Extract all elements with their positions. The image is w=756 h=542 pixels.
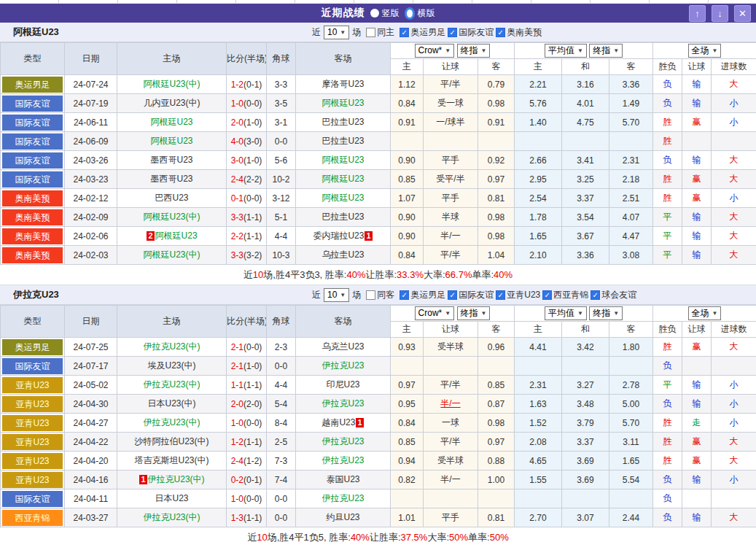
match-date: 24-04-22 xyxy=(65,433,117,452)
result-goals xyxy=(712,132,756,151)
layout-vertical-radio[interactable]: 竖版 xyxy=(370,7,400,20)
close-button[interactable]: ✕ xyxy=(734,5,751,22)
match-type: 国际友谊 xyxy=(1,113,65,132)
avg-away: 3.36 xyxy=(609,75,653,94)
competition-checkbox[interactable]: ✓ xyxy=(448,290,457,300)
competition-checkbox[interactable]: ✓ xyxy=(496,28,505,37)
avg-select[interactable]: 平均值▼ xyxy=(545,44,587,58)
odds-source-select[interactable]: Crow*▼ xyxy=(415,44,455,58)
odds-home: 0.93 xyxy=(391,338,424,357)
home-team: 1伊拉克U23(中) xyxy=(117,471,227,489)
competition-checkbox[interactable]: ✓ xyxy=(591,290,600,300)
arrow-down-icon: ↓ xyxy=(717,8,722,19)
competition-checkbox[interactable]: ✓ xyxy=(400,28,409,37)
away-team: 印尼U23 xyxy=(296,376,391,395)
chevron-down-icon: ▼ xyxy=(340,292,346,298)
red-card-badge: 1 xyxy=(139,475,147,484)
odds-home: 0.85 xyxy=(391,170,424,189)
avg-final-select[interactable]: 终指▼ xyxy=(589,44,623,58)
col-date: 日期 xyxy=(65,43,117,75)
avg-away: 3.11 xyxy=(609,433,653,452)
odds-away xyxy=(478,489,515,508)
result-outcome: 负 xyxy=(653,471,682,489)
odds-away: 1.00 xyxy=(478,471,515,489)
match-score: 1-0(0-0) xyxy=(227,414,267,433)
avg-select[interactable]: 平均值▼ xyxy=(545,306,587,320)
move-down-button[interactable]: ↓ xyxy=(712,5,728,22)
result-outcome: 胜 xyxy=(653,132,682,151)
radio-selected-icon[interactable] xyxy=(405,7,415,20)
match-score: 1-2(1-1) xyxy=(227,433,267,452)
match-type: 国际友谊 xyxy=(1,94,65,113)
near-label: 近 xyxy=(312,289,321,301)
red-card-badge: 2 xyxy=(147,231,154,241)
avg-home: 1.63 xyxy=(515,395,562,414)
summary-text: 50% xyxy=(490,532,509,542)
match-row: 国际友谊24-03-23墨西哥U232-4(2-2)10-2阿根廷U230.85… xyxy=(1,170,756,189)
match-type: 奥运男足 xyxy=(1,75,65,94)
competition-label: 奥运男足 xyxy=(410,26,445,39)
odds-handicap: 受半球 xyxy=(424,338,478,357)
match-date: 24-06-11 xyxy=(65,113,117,132)
match-date: 24-07-24 xyxy=(65,75,117,94)
corner-score: 5-6 xyxy=(267,151,296,170)
match-count-select[interactable]: 10▼ xyxy=(324,26,349,39)
away-team: 伊拉克U23 xyxy=(296,357,391,376)
avg-draw xyxy=(562,489,609,508)
layout-horizontal-radio[interactable]: 横版 xyxy=(405,7,435,20)
result-goals: 小 xyxy=(712,414,756,433)
full-match-select[interactable]: 全场▼ xyxy=(688,44,722,58)
match-row: 亚青U2324-04-20塔吉克斯坦U23(中)2-4(1-2)7-3伊拉克U2… xyxy=(1,452,756,471)
result-handicap: 输 xyxy=(682,151,712,170)
competition-checkbox[interactable]: ✓ xyxy=(542,290,552,300)
odds-final-select[interactable]: 终指▼ xyxy=(457,44,491,58)
summary-text: 场,胜4平1负5, 胜率: xyxy=(268,531,351,542)
summary-iraq: 近10场,胜4平1负5, 胜率:40% 让胜率:37.5% 大率:50% 单率:… xyxy=(0,527,756,542)
summary-text: 场,胜4平3负3, 胜率: xyxy=(263,268,346,282)
move-up-button[interactable]: ↑ xyxy=(689,5,706,22)
match-date: 24-02-09 xyxy=(65,208,117,227)
same-venue-checkbox[interactable]: ✓ xyxy=(366,290,375,300)
match-count-select[interactable]: 10▼ xyxy=(324,288,349,302)
corner-score: 4-4 xyxy=(267,227,296,246)
avg-draw: 3.69 xyxy=(562,471,609,489)
match-type: 亚青U23 xyxy=(1,414,65,433)
same-venue-checkbox[interactable]: ✓ xyxy=(366,28,375,37)
sub-handicap-result: 让球 xyxy=(682,59,712,75)
avg-final-select[interactable]: 终指▼ xyxy=(589,306,623,320)
summary-text: 大率: xyxy=(424,268,445,282)
competition-filters: ✓奥运男足✓国际友谊✓亚青U23✓西亚青锦✓球会友谊 xyxy=(397,289,636,301)
corner-score: 10-3 xyxy=(267,246,296,265)
match-type: 奥南美预 xyxy=(1,208,65,227)
avg-home: 4.41 xyxy=(515,338,562,357)
result-goals xyxy=(712,489,756,508)
full-match-select[interactable]: 全场▼ xyxy=(688,306,722,320)
avg-away: 2.31 xyxy=(609,151,653,170)
fullmatch-dropdown-cell: 全场▼ xyxy=(653,43,756,59)
red-card-badge: 1 xyxy=(356,418,363,427)
same-venue-label: 同客 xyxy=(377,289,394,301)
avg-away: 2.44 xyxy=(609,508,653,527)
chevron-down-icon: ▼ xyxy=(613,47,619,54)
competition-checkbox[interactable]: ✓ xyxy=(496,290,505,300)
radio-icon[interactable] xyxy=(370,9,379,18)
col-home: 主场 xyxy=(117,43,227,75)
avg-draw: 3.79 xyxy=(562,414,609,433)
match-row: 亚青U2324-05-02伊拉克U23(中)1-1(1-1)4-4印尼U230.… xyxy=(1,376,756,395)
summary-text: 近 xyxy=(247,531,257,542)
odds-final-select[interactable]: 终指▼ xyxy=(457,306,491,320)
result-goals: 小 xyxy=(712,189,756,208)
avg-draw: 3.41 xyxy=(562,151,609,170)
odds-away: 0.98 xyxy=(478,414,515,433)
away-team: 阿根廷U23 xyxy=(296,151,391,170)
chevron-down-icon: ▼ xyxy=(577,47,583,54)
corner-score: 0-0 xyxy=(267,489,296,508)
odds-handicap: 半/一 xyxy=(424,471,478,489)
sub-avg-home: 主 xyxy=(515,59,562,75)
odds-source-select[interactable]: Crow*▼ xyxy=(415,306,455,320)
away-team: 巴拉圭U23 xyxy=(296,208,391,227)
avg-away xyxy=(609,132,653,151)
odds-away: 0.96 xyxy=(478,338,515,357)
competition-checkbox[interactable]: ✓ xyxy=(448,28,457,37)
competition-checkbox[interactable]: ✓ xyxy=(400,290,409,300)
